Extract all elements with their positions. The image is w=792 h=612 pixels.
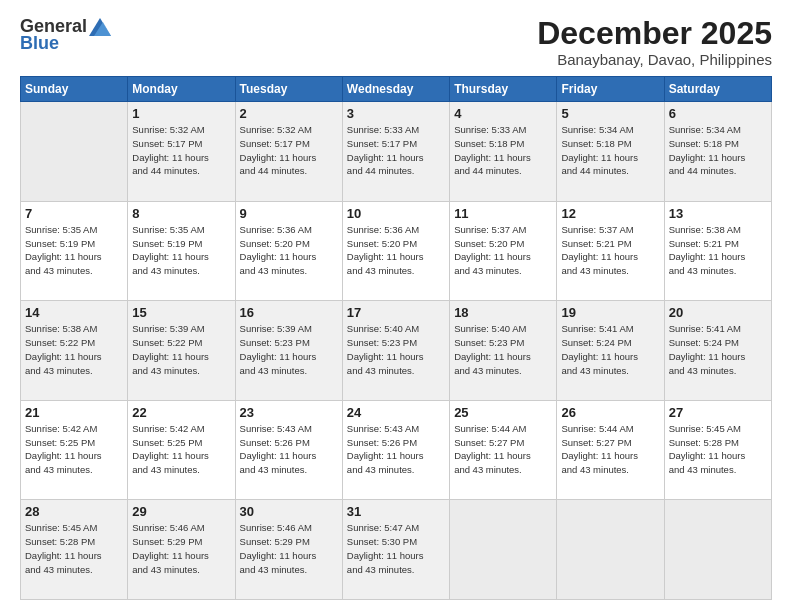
day-info: Sunrise: 5:44 AMSunset: 5:27 PMDaylight:…: [454, 422, 552, 477]
day-number: 25: [454, 405, 552, 420]
day-info: Sunrise: 5:43 AMSunset: 5:26 PMDaylight:…: [347, 422, 445, 477]
calendar-cell: [557, 500, 664, 600]
day-info: Sunrise: 5:46 AMSunset: 5:29 PMDaylight:…: [132, 521, 230, 576]
calendar-cell: 2Sunrise: 5:32 AMSunset: 5:17 PMDaylight…: [235, 102, 342, 202]
day-number: 9: [240, 206, 338, 221]
weekday-monday: Monday: [128, 77, 235, 102]
day-info: Sunrise: 5:39 AMSunset: 5:22 PMDaylight:…: [132, 322, 230, 377]
calendar-cell: [450, 500, 557, 600]
day-info: Sunrise: 5:45 AMSunset: 5:28 PMDaylight:…: [669, 422, 767, 477]
calendar-cell: 23Sunrise: 5:43 AMSunset: 5:26 PMDayligh…: [235, 400, 342, 500]
day-number: 3: [347, 106, 445, 121]
calendar-week-4: 21Sunrise: 5:42 AMSunset: 5:25 PMDayligh…: [21, 400, 772, 500]
day-number: 31: [347, 504, 445, 519]
location: Banaybanay, Davao, Philippines: [537, 51, 772, 68]
calendar-cell: 19Sunrise: 5:41 AMSunset: 5:24 PMDayligh…: [557, 301, 664, 401]
day-info: Sunrise: 5:46 AMSunset: 5:29 PMDaylight:…: [240, 521, 338, 576]
day-number: 15: [132, 305, 230, 320]
day-info: Sunrise: 5:41 AMSunset: 5:24 PMDaylight:…: [669, 322, 767, 377]
day-number: 4: [454, 106, 552, 121]
day-number: 11: [454, 206, 552, 221]
weekday-friday: Friday: [557, 77, 664, 102]
day-number: 19: [561, 305, 659, 320]
calendar-cell: 17Sunrise: 5:40 AMSunset: 5:23 PMDayligh…: [342, 301, 449, 401]
day-number: 18: [454, 305, 552, 320]
calendar-cell: 28Sunrise: 5:45 AMSunset: 5:28 PMDayligh…: [21, 500, 128, 600]
day-info: Sunrise: 5:33 AMSunset: 5:17 PMDaylight:…: [347, 123, 445, 178]
day-info: Sunrise: 5:35 AMSunset: 5:19 PMDaylight:…: [25, 223, 123, 278]
calendar-cell: 12Sunrise: 5:37 AMSunset: 5:21 PMDayligh…: [557, 201, 664, 301]
calendar-cell: 11Sunrise: 5:37 AMSunset: 5:20 PMDayligh…: [450, 201, 557, 301]
calendar-cell: 31Sunrise: 5:47 AMSunset: 5:30 PMDayligh…: [342, 500, 449, 600]
day-number: 7: [25, 206, 123, 221]
day-info: Sunrise: 5:36 AMSunset: 5:20 PMDaylight:…: [240, 223, 338, 278]
day-number: 21: [25, 405, 123, 420]
day-info: Sunrise: 5:42 AMSunset: 5:25 PMDaylight:…: [132, 422, 230, 477]
logo-blue: Blue: [20, 33, 59, 54]
day-info: Sunrise: 5:40 AMSunset: 5:23 PMDaylight:…: [454, 322, 552, 377]
calendar-cell: 29Sunrise: 5:46 AMSunset: 5:29 PMDayligh…: [128, 500, 235, 600]
day-number: 28: [25, 504, 123, 519]
calendar-cell: 4Sunrise: 5:33 AMSunset: 5:18 PMDaylight…: [450, 102, 557, 202]
day-info: Sunrise: 5:33 AMSunset: 5:18 PMDaylight:…: [454, 123, 552, 178]
calendar-cell: 15Sunrise: 5:39 AMSunset: 5:22 PMDayligh…: [128, 301, 235, 401]
calendar-cell: 25Sunrise: 5:44 AMSunset: 5:27 PMDayligh…: [450, 400, 557, 500]
day-number: 27: [669, 405, 767, 420]
day-number: 5: [561, 106, 659, 121]
day-info: Sunrise: 5:45 AMSunset: 5:28 PMDaylight:…: [25, 521, 123, 576]
calendar-table: SundayMondayTuesdayWednesdayThursdayFrid…: [20, 76, 772, 600]
calendar-week-3: 14Sunrise: 5:38 AMSunset: 5:22 PMDayligh…: [21, 301, 772, 401]
day-info: Sunrise: 5:37 AMSunset: 5:20 PMDaylight:…: [454, 223, 552, 278]
day-number: 2: [240, 106, 338, 121]
day-number: 13: [669, 206, 767, 221]
day-number: 29: [132, 504, 230, 519]
day-info: Sunrise: 5:34 AMSunset: 5:18 PMDaylight:…: [669, 123, 767, 178]
calendar-cell: 27Sunrise: 5:45 AMSunset: 5:28 PMDayligh…: [664, 400, 771, 500]
title-block: December 2025 Banaybanay, Davao, Philipp…: [537, 16, 772, 68]
weekday-sunday: Sunday: [21, 77, 128, 102]
calendar-cell: 3Sunrise: 5:33 AMSunset: 5:17 PMDaylight…: [342, 102, 449, 202]
day-info: Sunrise: 5:36 AMSunset: 5:20 PMDaylight:…: [347, 223, 445, 278]
calendar-cell: 26Sunrise: 5:44 AMSunset: 5:27 PMDayligh…: [557, 400, 664, 500]
day-info: Sunrise: 5:42 AMSunset: 5:25 PMDaylight:…: [25, 422, 123, 477]
calendar-cell: 8Sunrise: 5:35 AMSunset: 5:19 PMDaylight…: [128, 201, 235, 301]
day-number: 30: [240, 504, 338, 519]
weekday-saturday: Saturday: [664, 77, 771, 102]
calendar-cell: 21Sunrise: 5:42 AMSunset: 5:25 PMDayligh…: [21, 400, 128, 500]
weekday-tuesday: Tuesday: [235, 77, 342, 102]
calendar-cell: 24Sunrise: 5:43 AMSunset: 5:26 PMDayligh…: [342, 400, 449, 500]
calendar-cell: 14Sunrise: 5:38 AMSunset: 5:22 PMDayligh…: [21, 301, 128, 401]
calendar-week-2: 7Sunrise: 5:35 AMSunset: 5:19 PMDaylight…: [21, 201, 772, 301]
calendar-week-1: 1Sunrise: 5:32 AMSunset: 5:17 PMDaylight…: [21, 102, 772, 202]
day-info: Sunrise: 5:37 AMSunset: 5:21 PMDaylight:…: [561, 223, 659, 278]
day-info: Sunrise: 5:38 AMSunset: 5:21 PMDaylight:…: [669, 223, 767, 278]
day-number: 22: [132, 405, 230, 420]
day-number: 16: [240, 305, 338, 320]
day-number: 17: [347, 305, 445, 320]
calendar-cell: 9Sunrise: 5:36 AMSunset: 5:20 PMDaylight…: [235, 201, 342, 301]
day-info: Sunrise: 5:41 AMSunset: 5:24 PMDaylight:…: [561, 322, 659, 377]
day-number: 26: [561, 405, 659, 420]
calendar-cell: 30Sunrise: 5:46 AMSunset: 5:29 PMDayligh…: [235, 500, 342, 600]
day-number: 6: [669, 106, 767, 121]
day-info: Sunrise: 5:39 AMSunset: 5:23 PMDaylight:…: [240, 322, 338, 377]
day-info: Sunrise: 5:38 AMSunset: 5:22 PMDaylight:…: [25, 322, 123, 377]
calendar-cell: 13Sunrise: 5:38 AMSunset: 5:21 PMDayligh…: [664, 201, 771, 301]
day-info: Sunrise: 5:32 AMSunset: 5:17 PMDaylight:…: [132, 123, 230, 178]
calendar-cell: [21, 102, 128, 202]
calendar-cell: [664, 500, 771, 600]
calendar-cell: 6Sunrise: 5:34 AMSunset: 5:18 PMDaylight…: [664, 102, 771, 202]
day-info: Sunrise: 5:44 AMSunset: 5:27 PMDaylight:…: [561, 422, 659, 477]
calendar-cell: 5Sunrise: 5:34 AMSunset: 5:18 PMDaylight…: [557, 102, 664, 202]
logo: General Blue: [20, 16, 111, 54]
calendar-cell: 10Sunrise: 5:36 AMSunset: 5:20 PMDayligh…: [342, 201, 449, 301]
calendar-cell: 18Sunrise: 5:40 AMSunset: 5:23 PMDayligh…: [450, 301, 557, 401]
day-number: 14: [25, 305, 123, 320]
calendar-cell: 1Sunrise: 5:32 AMSunset: 5:17 PMDaylight…: [128, 102, 235, 202]
calendar-week-5: 28Sunrise: 5:45 AMSunset: 5:28 PMDayligh…: [21, 500, 772, 600]
day-number: 20: [669, 305, 767, 320]
day-number: 1: [132, 106, 230, 121]
weekday-thursday: Thursday: [450, 77, 557, 102]
logo-icon: [89, 18, 111, 36]
weekday-header-row: SundayMondayTuesdayWednesdayThursdayFrid…: [21, 77, 772, 102]
